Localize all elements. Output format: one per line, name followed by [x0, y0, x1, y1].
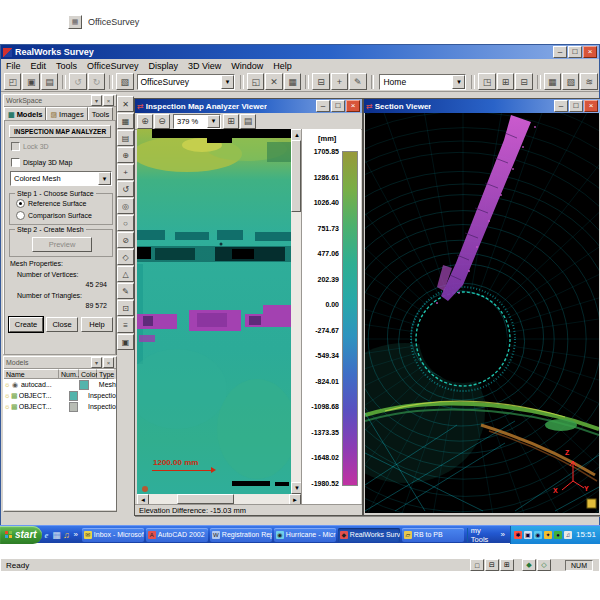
- triangle-tool-button[interactable]: △: [117, 266, 134, 282]
- show-desktop-icon[interactable]: ▦: [52, 528, 62, 541]
- map-horizontal-scrollbar[interactable]: ◄ ►: [137, 494, 301, 504]
- visibility-bulb-icon[interactable]: ☼: [4, 392, 11, 399]
- lock-tool-button[interactable]: ▣: [117, 334, 134, 350]
- zoom-in-button[interactable]: ⊕: [137, 114, 153, 129]
- map-viewer-titlebar[interactable]: ⇄ Inspection Map Analyzer Viewer – □ ×: [135, 99, 362, 113]
- tray-alert-icon[interactable]: ✱: [514, 531, 522, 539]
- zoom-level-combobox[interactable]: 379 % ▾: [173, 114, 221, 129]
- tray-update-icon[interactable]: ✦: [544, 531, 552, 539]
- mesh-type-combobox[interactable]: Colored Mesh ▾: [10, 171, 112, 186]
- close-button[interactable]: ×: [583, 46, 597, 58]
- reference-surface-radio[interactable]: Reference Surface: [16, 199, 86, 208]
- map-maximize-button[interactable]: □: [331, 100, 345, 112]
- table-row[interactable]: ☼ ▩ OBJECT... Inspectio: [4, 390, 116, 401]
- point-tool-button[interactable]: ○: [117, 215, 134, 231]
- taskbar-task-hurricane[interactable]: ◉ Hurricane - Micro...: [274, 528, 336, 542]
- reference-surface-radio-circle[interactable]: [16, 199, 25, 208]
- display-3d-map-checkbox[interactable]: Display 3D Map: [11, 158, 72, 167]
- save-button[interactable]: ▣: [22, 73, 39, 90]
- media-player-icon[interactable]: ♫: [61, 528, 71, 541]
- map-canvas[interactable]: 1200.00 mm: [137, 129, 291, 494]
- help-button[interactable]: Help: [81, 317, 113, 332]
- map-vertical-scrollbar[interactable]: ▲ ▼: [291, 129, 301, 494]
- workspace-pin-button[interactable]: ▾: [91, 95, 102, 106]
- workspace-close-button[interactable]: ×: [103, 95, 114, 106]
- taskbar-task-registration[interactable]: W Registration Rep...: [210, 528, 272, 542]
- cascade-windows-button[interactable]: ▧: [562, 73, 579, 90]
- menu-item-display[interactable]: Display: [143, 61, 183, 71]
- models-close-button[interactable]: ×: [103, 357, 114, 368]
- sync-cameras-button[interactable]: ≋: [580, 73, 597, 90]
- mytools-chevron[interactable]: »: [501, 530, 505, 539]
- tray-display-icon[interactable]: ▣: [524, 531, 532, 539]
- comparison-surface-radio[interactable]: Comparison Surface: [16, 211, 92, 220]
- quick-launch-chevron[interactable]: »: [73, 530, 77, 539]
- models-pin-button[interactable]: ▾: [91, 357, 102, 368]
- section-minimize-button[interactable]: –: [554, 100, 568, 112]
- lock-3d-checkbox-box[interactable]: [11, 142, 20, 151]
- scale-settings-button[interactable]: ▤: [240, 114, 256, 129]
- workflow-combobox[interactable]: OfficeSurvey ▾: [137, 74, 236, 90]
- taskbar-task-autocad[interactable]: A AutoCAD 2002: [146, 528, 208, 542]
- menu-item-tools[interactable]: Tools: [51, 61, 82, 71]
- workspace-caption[interactable]: WorkSpace ▾ ×: [4, 95, 116, 107]
- pan-tool-button[interactable]: +: [117, 164, 134, 180]
- draw-tool-button[interactable]: ✎: [117, 283, 134, 299]
- tray-network-icon[interactable]: ◉: [534, 531, 542, 539]
- menu-item-window[interactable]: Window: [226, 61, 268, 71]
- section-close-button[interactable]: ×: [584, 100, 598, 112]
- column-header-color[interactable]: Color: [79, 369, 97, 379]
- horizontal-scroll-thumb[interactable]: [177, 494, 234, 504]
- map-close-button[interactable]: ×: [346, 100, 360, 112]
- view-iso-button[interactable]: ◳: [478, 73, 495, 90]
- zoom-tool-button[interactable]: ⊕: [117, 147, 134, 163]
- view-combobox-arrow[interactable]: ▾: [452, 75, 465, 89]
- split-horizontal-button[interactable]: ⊟: [485, 559, 499, 571]
- section-maximize-button[interactable]: □: [569, 100, 583, 112]
- tile-windows-button[interactable]: ▦: [544, 73, 561, 90]
- visibility-bulb-icon[interactable]: ☼: [4, 403, 11, 410]
- taskbar-task-inbox[interactable]: ✉ Inbox - Microsof...: [82, 528, 144, 542]
- vertical-scroll-thumb[interactable]: [291, 140, 301, 212]
- display-3d-map-checkbox-box[interactable]: [11, 158, 20, 167]
- single-view-button[interactable]: □: [470, 559, 484, 571]
- target-tool-button[interactable]: ◎: [117, 198, 134, 214]
- mytools-toolbar-label[interactable]: my Tools: [471, 526, 498, 544]
- table-row[interactable]: ☼ ◉ autocad... Mesh: [4, 379, 116, 390]
- print-button[interactable]: ▤: [41, 73, 58, 90]
- column-header-num[interactable]: Num...: [59, 369, 79, 379]
- menu-item-file[interactable]: File: [1, 61, 26, 71]
- preview-button[interactable]: Preview: [32, 237, 92, 252]
- link-views-button[interactable]: ◆: [522, 559, 536, 571]
- tray-volume-icon[interactable]: ♫: [564, 531, 572, 539]
- taskbar-task-realworks[interactable]: ◆ RealWorks Survey: [338, 528, 400, 542]
- maximize-button[interactable]: □: [568, 46, 582, 58]
- sampling-button[interactable]: ▦: [284, 73, 301, 90]
- undo-button[interactable]: ↺: [69, 73, 86, 90]
- view-top-button[interactable]: ⊞: [497, 73, 514, 90]
- table-row[interactable]: ☼ ▩ OBJECT... Inspectio: [4, 401, 116, 412]
- fragment-icon[interactable]: ▦: [68, 15, 82, 29]
- section-viewer-titlebar[interactable]: ⇄ Section Viewer – □ ×: [364, 99, 600, 113]
- visibility-bulb-icon[interactable]: ☼: [4, 381, 12, 388]
- new-window-button[interactable]: ◱: [247, 73, 264, 90]
- menu-item-edit[interactable]: Edit: [26, 61, 52, 71]
- map-minimize-button[interactable]: –: [316, 100, 330, 112]
- zoom-out-button[interactable]: ⊖: [154, 114, 170, 129]
- workflow-combobox-arrow[interactable]: ▾: [221, 75, 234, 89]
- models-caption[interactable]: Models ▾ ×: [4, 357, 116, 369]
- mesh-type-combobox-arrow[interactable]: ▾: [98, 172, 111, 185]
- delete-tool-button[interactable]: ✕: [117, 96, 134, 112]
- measure-button[interactable]: +: [331, 73, 348, 90]
- box-tool-button[interactable]: ⊡: [117, 300, 134, 316]
- list-tool-button[interactable]: ≡: [117, 317, 134, 333]
- internet-explorer-icon[interactable]: e: [42, 528, 52, 541]
- minimize-button[interactable]: –: [553, 46, 567, 58]
- close-form-button[interactable]: Close: [46, 317, 78, 332]
- clip-tool-button[interactable]: ⊘: [117, 232, 134, 248]
- comparison-surface-radio-circle[interactable]: [16, 211, 25, 220]
- menu-item-help[interactable]: Help: [268, 61, 297, 71]
- limit-box-button[interactable]: ⊟: [312, 73, 329, 90]
- app-titlebar[interactable]: RealWorks Survey – □ ×: [1, 45, 599, 59]
- view-combobox[interactable]: Home ▾: [379, 74, 466, 90]
